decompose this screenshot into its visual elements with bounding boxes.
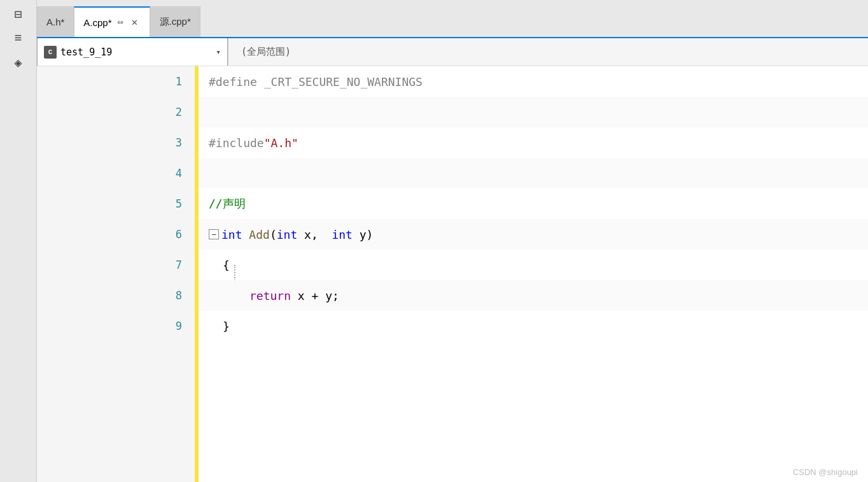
code-1-macro: _CRT_SECURE_NO_WARNINGS: [264, 75, 423, 89]
code-3-string: "A.h": [264, 136, 298, 150]
code-1-preprocessor: #define: [209, 75, 257, 89]
scope-bar: C test_9_19 ▾ (全局范围): [37, 38, 868, 66]
margin-indicator: [195, 66, 199, 482]
scope-selector-text: test_9_19: [60, 46, 212, 58]
code-8-return: return: [249, 289, 291, 302]
code-line-7: {: [199, 250, 868, 280]
scope-right-text: (全局范围): [241, 46, 291, 58]
line-num-4: 4: [37, 158, 195, 188]
line-numbers: 1 2 3 4 5 6 7 8 9: [37, 66, 195, 482]
line-num-3: 3: [37, 127, 195, 158]
code-6-int2: int: [277, 228, 298, 241]
code-6-int1: int: [221, 228, 242, 241]
tab-acpp-pin[interactable]: ⇔: [117, 18, 123, 27]
code-line-2: [199, 97, 868, 127]
code-line-4: [199, 158, 868, 188]
tab-bar: A.h* A.cpp* ⇔ ✕ 源.cpp*: [37, 0, 868, 38]
line-num-9: 9: [37, 311, 195, 341]
line-num-6: 6: [37, 219, 195, 250]
scope-dropdown-arrow: ▾: [216, 47, 221, 57]
scope-right: (全局范围): [228, 46, 868, 58]
code-line-6: −int Add(int x, int y): [199, 219, 868, 250]
code-line-8: return x + y;: [199, 280, 868, 311]
code-line-5: //声明: [199, 188, 868, 219]
editor: 1 2 3 4 5 6 7 8 9 #define _CRT_SECURE_NO…: [37, 66, 868, 482]
code-line-3: #include"A.h": [199, 127, 868, 158]
line-num-2: 2: [37, 97, 195, 127]
scope-selector[interactable]: C test_9_19 ▾: [37, 38, 228, 66]
tab-yuancpp-label: 源.cpp*: [160, 16, 191, 28]
code-5-comment: //声明: [209, 196, 246, 211]
tab-acpp-label: A.cpp*: [83, 17, 111, 28]
line-num-8: 8: [37, 280, 195, 311]
tab-ah-label: A.h*: [46, 17, 64, 27]
code-3-include: #include: [209, 136, 264, 150]
sidebar-icon-1[interactable]: ⊟: [4, 3, 33, 25]
code-6-fn: Add: [249, 228, 270, 241]
collapse-icon-6[interactable]: −: [209, 229, 219, 239]
code-1-space: [257, 75, 264, 89]
tab-acpp[interactable]: A.cpp* ⇔ ✕: [74, 6, 150, 37]
sidebar: ⊟ ≡ ◈: [0, 0, 37, 482]
line-num-5: 5: [37, 188, 195, 219]
sidebar-icon-2[interactable]: ≡: [4, 27, 33, 50]
code-content[interactable]: #define _CRT_SECURE_NO_WARNINGS #include…: [199, 66, 868, 482]
sidebar-icon-3[interactable]: ◈: [4, 51, 33, 74]
tab-acpp-close[interactable]: ✕: [129, 17, 141, 29]
tab-ah[interactable]: A.h*: [37, 6, 74, 37]
code-6-int3: int: [332, 228, 353, 241]
tab-yuancpp[interactable]: 源.cpp*: [150, 6, 200, 37]
watermark: CSDN @shigoupi: [793, 467, 858, 477]
line-num-1: 1: [37, 66, 195, 97]
code-line-9: }: [199, 311, 868, 341]
code-line-1: #define _CRT_SECURE_NO_WARNINGS: [199, 66, 868, 97]
scope-icon: C: [44, 46, 57, 59]
line-num-7: 7: [37, 250, 195, 280]
